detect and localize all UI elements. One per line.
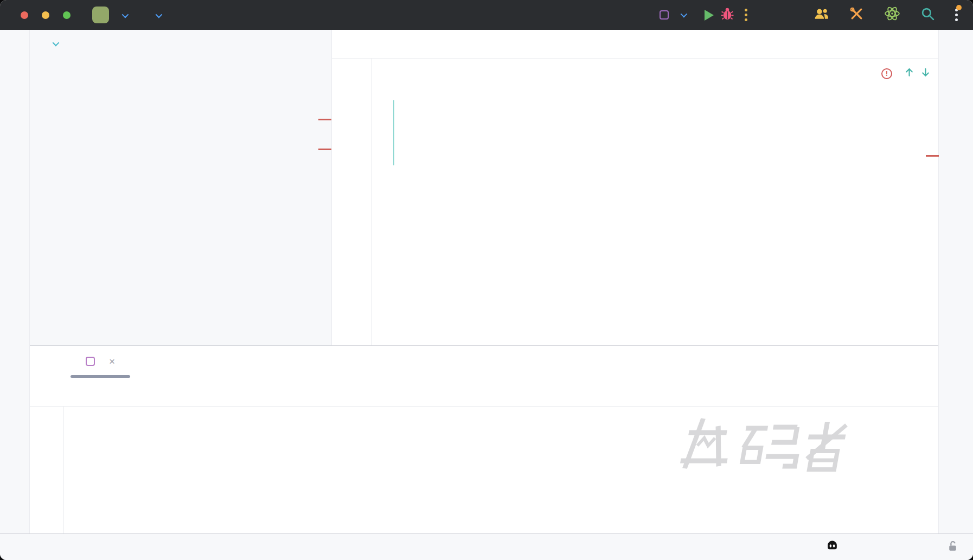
more-run-actions-button[interactable] [737, 6, 755, 24]
settings-menu-button[interactable] [955, 9, 958, 21]
run-config-icon [660, 10, 669, 20]
project-tool-window [30, 30, 332, 345]
left-tool-stripe [0, 30, 30, 533]
error-stripe-mark[interactable] [318, 149, 331, 150]
inspection-widget[interactable]: ! [881, 67, 931, 80]
project-avatar[interactable] [92, 7, 109, 23]
indent-guide [393, 100, 394, 165]
tools-button[interactable] [849, 7, 864, 24]
atom-icon[interactable] [884, 5, 900, 24]
ide-window: ! × [0, 0, 973, 560]
editor-area: ! [332, 30, 938, 345]
run-tab[interactable]: × [71, 346, 130, 377]
run-tool-window: × [30, 345, 938, 533]
chevron-down-icon[interactable] [53, 39, 60, 46]
project-widget[interactable] [116, 10, 127, 21]
play-icon [705, 10, 714, 21]
error-stripe-mark[interactable] [926, 155, 939, 157]
search-everywhere-button[interactable] [920, 7, 935, 24]
editor-tab-bar [332, 30, 938, 59]
error-icon: ! [881, 68, 892, 79]
zoom-window-button[interactable] [63, 11, 71, 19]
kebab-menu-icon [745, 9, 747, 21]
chevron-down-icon [681, 11, 688, 18]
chevron-down-icon [122, 11, 129, 18]
run-config-icon [86, 357, 95, 366]
close-icon[interactable]: × [109, 356, 115, 366]
right-tool-stripe [938, 30, 973, 533]
prev-error-arrow-icon[interactable] [904, 67, 914, 80]
debug-button[interactable] [718, 6, 737, 24]
chevron-down-icon [156, 11, 163, 18]
code-with-me-button[interactable] [814, 7, 829, 23]
bug-icon [720, 7, 734, 23]
lock-icon[interactable] [948, 540, 958, 555]
minimize-window-button[interactable] [42, 11, 49, 19]
window-controls [0, 11, 71, 19]
version-control-menu[interactable] [150, 10, 161, 21]
next-error-arrow-icon[interactable] [920, 67, 931, 80]
update-badge [956, 5, 962, 10]
code-editor[interactable]: ! [332, 59, 938, 345]
status-bar [0, 533, 973, 560]
close-window-button[interactable] [21, 11, 28, 19]
error-stripe-mark[interactable] [318, 119, 331, 120]
run-configuration-widget[interactable] [660, 10, 686, 20]
watermark [678, 414, 857, 477]
run-toolbar [30, 377, 938, 407]
title-bar [0, 0, 973, 30]
run-button[interactable] [700, 6, 718, 24]
console-toolbar [30, 407, 64, 533]
copilot-icon[interactable] [825, 540, 839, 555]
